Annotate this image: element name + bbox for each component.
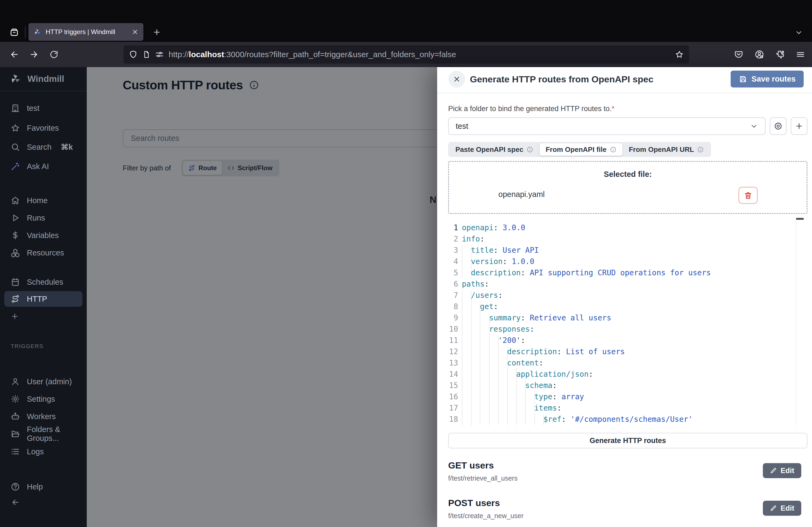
code-text: version: 1.0.0 [458, 256, 534, 267]
sidebar-item-favorites[interactable]: Favorites [4, 120, 83, 136]
edit-route-button[interactable]: Edit [763, 501, 801, 516]
forward-button[interactable] [25, 46, 43, 63]
line-number: 12 [448, 346, 458, 358]
back-button[interactable] [5, 46, 23, 63]
help-icon [11, 482, 20, 491]
sidebar-item-workers[interactable]: Workers [4, 409, 83, 424]
page-info-icon[interactable] [142, 50, 150, 59]
code-text: info: [458, 234, 484, 245]
info-icon [610, 146, 617, 153]
sidebar-item-folders-groups[interactable]: Folders & Groups... [4, 426, 83, 442]
sidebar-item-schedules[interactable]: Schedules [4, 274, 83, 290]
code-line: 19 post: [448, 425, 804, 425]
screen: HTTP triggers | Windmill http://localhos… [0, 0, 812, 527]
tab-from-openapi-url[interactable]: From OpenAPI URL [623, 143, 710, 156]
sidebar-item-logs[interactable]: Logs [4, 444, 83, 460]
sidebar-item-settings[interactable]: Settings [4, 391, 83, 407]
line-number: 15 [448, 380, 458, 391]
pocket-icon[interactable] [734, 50, 743, 59]
yaml-code-editor[interactable]: 1openapi: 3.0.02info:3 title: User API4 … [448, 218, 804, 425]
add-folder-button[interactable] [791, 117, 808, 135]
browser-toolbar: http://localhost:3000/routes?filter_path… [0, 42, 812, 67]
code-text: description: List of users [458, 346, 625, 358]
add-trigger-button[interactable] [4, 308, 83, 324]
line-number: 11 [448, 335, 458, 346]
workspace-header[interactable]: Windmill [0, 67, 87, 91]
bookmark-star-icon[interactable] [675, 50, 684, 59]
workspace-name: Windmill [27, 74, 64, 84]
browser-tab[interactable]: HTTP triggers | Windmill [28, 23, 143, 41]
url-text[interactable]: http://localhost:3000/routes?filter_path… [169, 50, 670, 59]
edit-button-label: Edit [781, 467, 794, 475]
sidebar: Windmill TRIGGERS testFavoritesSearch⌘kA… [0, 67, 87, 527]
code-text: application/json: [458, 369, 593, 380]
tab-label: From OpenAPI URL [629, 146, 694, 154]
line-number: 18 [448, 414, 458, 425]
eye-icon [774, 122, 782, 131]
generate-http-routes-button[interactable]: Generate HTTP routes [448, 433, 808, 448]
shield-icon[interactable] [129, 50, 137, 59]
sidebar-item-user-admin[interactable]: User (admin) [4, 374, 83, 389]
account-icon[interactable] [755, 50, 764, 59]
tab-close-icon[interactable] [132, 28, 139, 35]
line-number: 6 [448, 278, 458, 290]
code-line: 5 description: API supporting CRUD opera… [448, 267, 804, 278]
drawer-close-button[interactable] [448, 71, 465, 88]
sidebar-item-runs[interactable]: Runs [4, 210, 83, 226]
folder-picker-row: test [448, 117, 808, 135]
permissions-icon[interactable] [155, 50, 164, 59]
save-icon [739, 75, 747, 84]
code-line: 6paths: [448, 278, 804, 290]
route-path: f/test/retrieve_all_users [448, 475, 808, 482]
sidebar-item-label: Runs [27, 214, 45, 223]
remove-file-button[interactable] [738, 187, 758, 204]
view-folder-button[interactable] [770, 117, 786, 135]
firefox-view-button[interactable] [6, 25, 22, 40]
code-line: 18 $ref: '#/components/schemas/User' [448, 414, 804, 425]
sidebar-item-http[interactable]: HTTP [4, 291, 83, 307]
generated-route-row: POST usersf/test/create_a_new_userEdit [448, 498, 808, 527]
save-routes-button[interactable]: Save routes [731, 71, 804, 88]
browser-chrome: HTTP triggers | Windmill http://localhos… [0, 0, 812, 67]
plus-icon [11, 312, 19, 320]
route-icon [11, 295, 20, 303]
line-number: 10 [448, 323, 458, 335]
sidebar-item-variables[interactable]: Variables [4, 228, 83, 243]
menu-hamburger-icon[interactable] [796, 50, 805, 59]
sidebar-item-home[interactable]: Home [4, 193, 83, 208]
folder-select[interactable]: test [448, 117, 766, 135]
editor-scrollbar-thumb[interactable] [796, 218, 804, 220]
sidebar-item-help[interactable]: Help [4, 479, 83, 495]
sidebar-item-test[interactable]: test [4, 100, 83, 116]
url-bar[interactable]: http://localhost:3000/routes?filter_path… [124, 45, 689, 64]
sidebar-item-ask-ai[interactable]: Ask AI [4, 159, 83, 174]
pencil-icon [770, 505, 777, 512]
code-line: 13 content: [448, 358, 804, 369]
new-tab-button[interactable] [149, 25, 164, 40]
sidebar-item-label: Variables [27, 231, 59, 240]
code-line: 2info: [448, 234, 804, 245]
line-number: 5 [448, 267, 458, 278]
firefox-view-icon [9, 27, 19, 37]
line-number: 8 [448, 301, 458, 312]
line-number: 14 [448, 369, 458, 380]
cubes-icon [11, 248, 20, 257]
sidebar-item-label: HTTP [27, 295, 47, 303]
tab-paste-openapi-spec[interactable]: Paste OpenAPI spec [450, 143, 539, 156]
list-tabs-button[interactable] [792, 26, 806, 39]
app: Windmill TRIGGERS testFavoritesSearch⌘kA… [0, 67, 812, 527]
edit-route-button[interactable]: Edit [763, 463, 801, 478]
reload-button[interactable] [45, 46, 63, 63]
tab-from-openapi-file[interactable]: From OpenAPI file [540, 143, 622, 156]
info-icon [697, 146, 704, 153]
list-icon [11, 447, 20, 456]
sidebar-item-search[interactable]: Search⌘k [4, 139, 83, 155]
code-text: items: [458, 403, 562, 414]
collapse-sidebar-button[interactable] [4, 495, 83, 510]
sidebar-item-label: Logs [27, 447, 44, 456]
forward-arrow-icon [30, 50, 39, 59]
extensions-icon[interactable] [775, 50, 785, 59]
sidebar-item-resources[interactable]: Resources [4, 245, 83, 260]
sidebar-item-label: Workers [27, 412, 56, 421]
code-line: 12 description: List of users [448, 346, 804, 358]
